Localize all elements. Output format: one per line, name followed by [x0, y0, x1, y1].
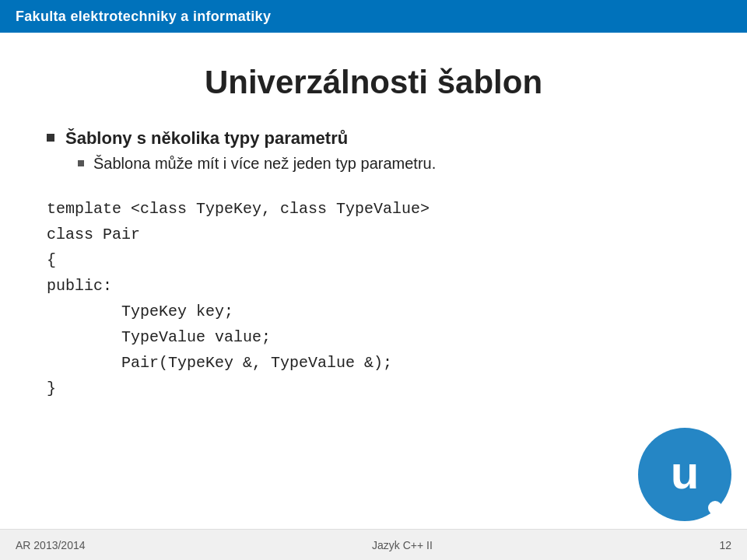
bullet-sub-icon-1 [78, 160, 84, 166]
bullet-icon-1 [47, 134, 54, 142]
footer-center: Jazyk C++ II [372, 539, 433, 551]
header-bar: Fakulta elektrotechniky a informatiky [0, 0, 747, 33]
footer-left: AR 2013/2014 [16, 539, 86, 551]
logo-letter: u [671, 450, 700, 496]
logo-container: u [638, 428, 731, 521]
bullet-sub-text-1: Šablona může mít i více než jeden typ pa… [93, 155, 436, 173]
code-block: template <class TypeKey, class TypeValue… [47, 196, 700, 401]
bullet-list: Šablony s několika typy parametrů Šablon… [47, 128, 700, 173]
footer: AR 2013/2014 Jazyk C++ II 12 [0, 529, 747, 560]
bullet-item-1: Šablony s několika typy parametrů [47, 128, 700, 149]
header-title: Fakulta elektrotechniky a informatiky [16, 9, 271, 25]
footer-right: 12 [719, 539, 731, 551]
logo-dot [708, 501, 722, 515]
slide-content: Univerzálnosti šablon Šablony s několika… [0, 33, 747, 417]
slide-title: Univerzálnosti šablon [47, 64, 700, 101]
bullet-text-1: Šablony s několika typy parametrů [65, 128, 348, 149]
bullet-sub-item-1: Šablona může mít i více než jeden typ pa… [78, 155, 700, 173]
